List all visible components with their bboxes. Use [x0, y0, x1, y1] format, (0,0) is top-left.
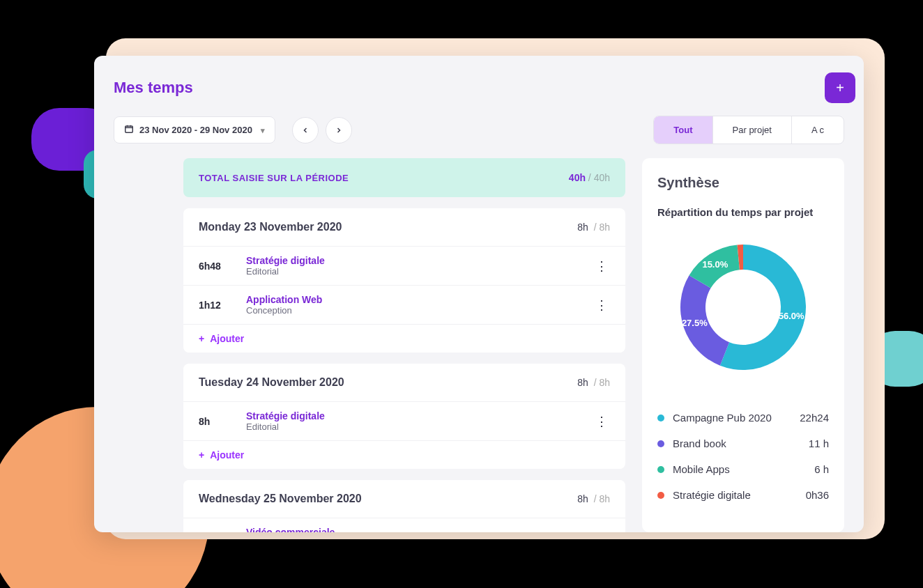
- donut-slice-label: 15.0%: [702, 259, 728, 270]
- legend-item: Stratégie digitale 0h36: [657, 482, 829, 508]
- add-entry-button[interactable]: +Ajouter: [183, 440, 625, 469]
- time-entry-row: 8h Stratégie digitale Editorial: [183, 401, 625, 440]
- add-entry-label: Ajouter: [210, 333, 244, 344]
- day-header: Monday 23 November 2020 8h / 8h: [183, 208, 625, 246]
- day-card: Tuesday 24 November 2020 8h / 8h 8h Stra…: [183, 364, 625, 469]
- day-title: Monday 23 November 2020: [199, 221, 342, 233]
- entry-task: Editorial: [246, 421, 578, 432]
- period-total-label: TOTAL SAISIE SUR LA PÉRIODE: [199, 173, 349, 183]
- day-card: Monday 23 November 2020 8h / 8h 6h48 Str…: [183, 208, 625, 353]
- entry-info: Vidéo commerciale Illustration: [246, 527, 578, 532]
- entry-menu-button[interactable]: [593, 413, 610, 430]
- entry-info: Stratégie digitale Editorial: [246, 410, 578, 432]
- legend-name: Brand book: [673, 438, 809, 449]
- week-nav: [292, 117, 352, 144]
- entry-project: Stratégie digitale: [246, 410, 578, 421]
- view-tabs: ToutPar projetA c: [653, 116, 844, 144]
- day-title: Tuesday 24 November 2020: [199, 376, 344, 389]
- date-range-label: 23 Nov 2020 - 29 Nov 2020: [139, 125, 252, 135]
- legend-color-dot: [657, 415, 664, 421]
- synthesis-column: Synthèse Répartition du temps par projet…: [642, 158, 844, 532]
- entry-task: Conception: [246, 305, 578, 316]
- view-tab[interactable]: Tout: [654, 116, 712, 144]
- legend-color-dot: [657, 440, 664, 447]
- synthesis-subtitle: Répartition du temps par projet: [657, 206, 829, 218]
- legend-name: Mobile Apps: [673, 463, 814, 475]
- legend-value: 0h36: [806, 489, 829, 501]
- legend-name: Stratégie digitale: [673, 489, 806, 501]
- next-week-button[interactable]: [326, 117, 352, 144]
- entry-info: Application Web Conception: [246, 294, 578, 316]
- time-entry-row: 4h48 Vidéo commerciale Illustration: [183, 518, 625, 532]
- toolbar-left: 23 Nov 2020 - 29 Nov 2020: [114, 116, 352, 144]
- entry-menu-button[interactable]: [593, 529, 610, 533]
- entry-duration: 4h48: [199, 532, 231, 533]
- legend-color-dot: [657, 466, 664, 473]
- app-window: Mes temps + 23 Nov 2020 - 29 Nov 2020: [94, 56, 864, 532]
- day-header: Wednesday 25 November 2020 8h / 8h: [183, 480, 625, 518]
- time-entry-row: 6h48 Stratégie digitale Editorial: [183, 246, 625, 285]
- prev-week-button[interactable]: [292, 117, 319, 144]
- entry-project: Stratégie digitale: [246, 255, 578, 266]
- entry-task: Editorial: [246, 266, 578, 277]
- plus-icon: +: [836, 80, 844, 96]
- donut-slice-label: 27.5%: [682, 318, 708, 328]
- calendar-icon: [124, 124, 134, 136]
- entry-project: Vidéo commerciale: [246, 527, 578, 532]
- legend-color-dot: [657, 492, 664, 499]
- day-title: Wednesday 25 November 2020: [199, 493, 362, 505]
- time-entry-row: 1h12 Application Web Conception: [183, 285, 625, 324]
- plus-icon: +: [199, 333, 204, 344]
- period-total-value: 40h / 40h: [569, 172, 610, 183]
- page-title: Mes temps: [114, 79, 193, 97]
- timesheet-column: TOTAL SAISIE SUR LA PÉRIODE 40h / 40h Mo…: [114, 158, 625, 532]
- entry-duration: 1h12: [199, 300, 231, 311]
- page-header: Mes temps +: [94, 56, 864, 110]
- add-button[interactable]: +: [825, 72, 855, 103]
- day-total: 8h / 8h: [577, 222, 610, 233]
- entry-duration: 8h: [199, 416, 231, 427]
- donut-chart: 56.0%27.5%15.0%: [657, 231, 829, 384]
- chevron-down-icon: [258, 125, 265, 135]
- view-tab[interactable]: Par projet: [713, 116, 792, 144]
- day-card: Wednesday 25 November 2020 8h / 8h 4h48 …: [183, 480, 625, 532]
- view-tab[interactable]: A c: [792, 116, 844, 144]
- entry-info: Stratégie digitale Editorial: [246, 255, 578, 277]
- entry-menu-button[interactable]: [593, 297, 610, 314]
- add-entry-button[interactable]: +Ajouter: [183, 324, 625, 353]
- donut-slice-label: 56.0%: [779, 311, 804, 321]
- chart-legend: Campagne Pub 2020 22h24 Brand book 11 h …: [657, 405, 829, 508]
- legend-item: Campagne Pub 2020 22h24: [657, 405, 829, 431]
- add-entry-label: Ajouter: [210, 449, 244, 461]
- synthesis-title: Synthèse: [657, 175, 829, 191]
- entry-menu-button[interactable]: [593, 258, 610, 274]
- period-total-banner: TOTAL SAISIE SUR LA PÉRIODE 40h / 40h: [183, 158, 625, 197]
- legend-value: 22h24: [800, 412, 829, 424]
- date-range-picker[interactable]: 23 Nov 2020 - 29 Nov 2020: [114, 116, 275, 144]
- content-columns: TOTAL SAISIE SUR LA PÉRIODE 40h / 40h Mo…: [94, 158, 864, 532]
- day-total: 8h / 8h: [577, 493, 610, 504]
- day-total: 8h / 8h: [577, 377, 610, 388]
- legend-name: Campagne Pub 2020: [673, 412, 800, 424]
- entry-duration: 6h48: [199, 261, 231, 272]
- day-header: Tuesday 24 November 2020 8h / 8h: [183, 364, 625, 401]
- legend-item: Mobile Apps 6 h: [657, 456, 829, 482]
- synthesis-card: Synthèse Répartition du temps par projet…: [642, 158, 844, 532]
- legend-value: 6 h: [814, 463, 829, 475]
- toolbar: 23 Nov 2020 - 29 Nov 2020 ToutPar projet…: [94, 110, 864, 158]
- plus-icon: +: [199, 449, 204, 461]
- legend-item: Brand book 11 h: [657, 431, 829, 456]
- legend-value: 11 h: [809, 438, 829, 449]
- svg-rect-0: [125, 126, 133, 132]
- entry-project: Application Web: [246, 294, 578, 305]
